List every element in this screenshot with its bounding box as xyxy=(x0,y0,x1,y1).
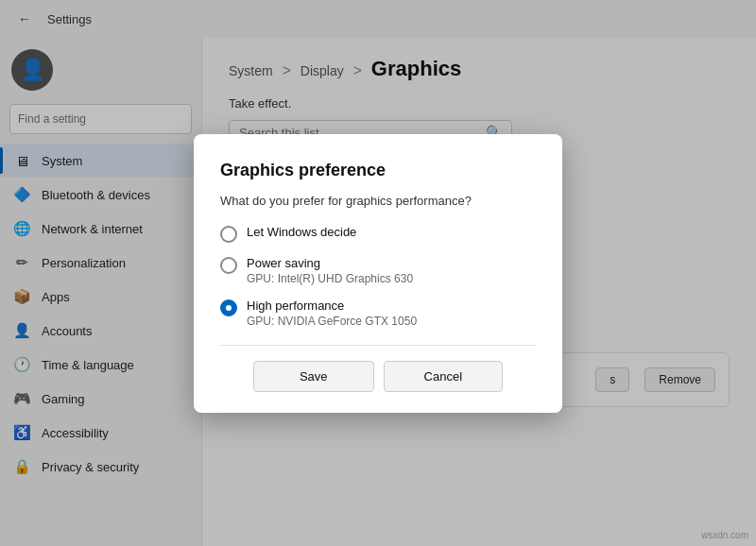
dialog-divider xyxy=(220,345,536,346)
dialog-buttons: Save Cancel xyxy=(220,361,536,392)
radio-option-windows[interactable]: Let Windows decide xyxy=(220,225,536,243)
radio-sublabel-powersaving: GPU: Intel(R) UHD Graphics 630 xyxy=(247,272,413,285)
graphics-preference-dialog: Graphics preference What do you prefer f… xyxy=(194,134,562,413)
radio-option-powersaving[interactable]: Power saving GPU: Intel(R) UHD Graphics … xyxy=(220,256,536,285)
radio-option-highperf[interactable]: High performance GPU: NVIDIA GeForce GTX… xyxy=(220,299,536,328)
save-button[interactable]: Save xyxy=(253,361,374,392)
dialog-title: Graphics preference xyxy=(220,161,536,180)
dialog-options: Let Windows decide Power saving GPU: Int… xyxy=(220,225,536,328)
modal-overlay: Graphics preference What do you prefer f… xyxy=(0,0,756,546)
radio-sublabel-highperf: GPU: NVIDIA GeForce GTX 1050 xyxy=(247,315,417,328)
cancel-button[interactable]: Cancel xyxy=(384,361,503,392)
radio-label-windows: Let Windows decide xyxy=(247,225,356,239)
radio-label-powersaving: Power saving xyxy=(247,256,413,270)
radio-highperf[interactable] xyxy=(220,299,237,316)
radio-windows[interactable] xyxy=(220,226,237,243)
dialog-question: What do you prefer for graphics performa… xyxy=(220,194,536,208)
radio-powersaving[interactable] xyxy=(220,257,237,274)
radio-label-highperf: High performance xyxy=(247,299,417,313)
